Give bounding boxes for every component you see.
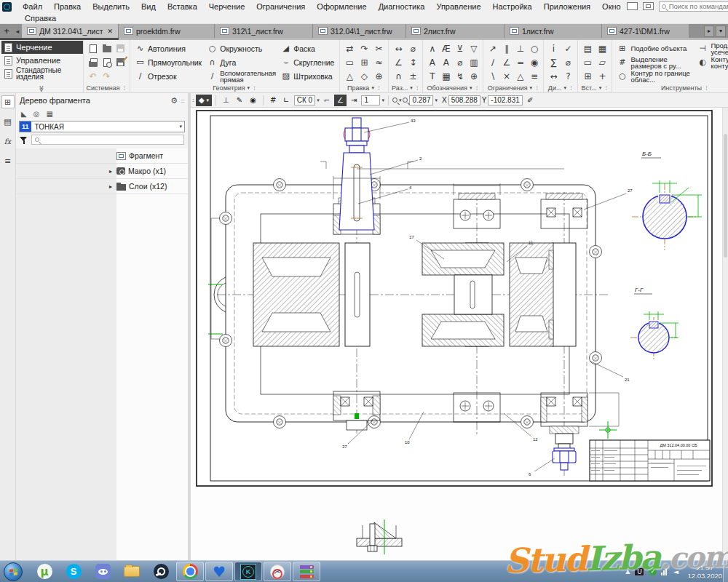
coordinate-system-field[interactable]: СК 0 xyxy=(294,95,315,105)
tool-rectangle[interactable]: ▭Прямоугольник xyxy=(132,55,205,69)
diagnostic-tool-icon[interactable]: ⌀ xyxy=(566,57,571,68)
tab-close-icon[interactable]: ✕ xyxy=(107,28,113,35)
menu-constraints[interactable]: Ограничения xyxy=(250,2,311,11)
grid-toggle-icon[interactable]: # xyxy=(267,95,279,106)
tab-menu-button[interactable]: ▾ xyxy=(716,25,726,37)
insert-tool-icon[interactable]: ▤ xyxy=(584,44,592,54)
x-coordinate-field[interactable]: 508.288 xyxy=(448,95,480,105)
quick-style-icon[interactable]: ◣ xyxy=(21,110,27,118)
command-search[interactable] xyxy=(659,1,728,12)
menu-settings[interactable]: Настройка xyxy=(487,2,538,11)
tab-document-3[interactable]: 312\1_лист.frw xyxy=(215,24,313,38)
expand-icon[interactable]: ▸ xyxy=(109,168,116,175)
diagnostic-tool-icon[interactable]: ∑ xyxy=(550,57,556,68)
search-input[interactable] xyxy=(669,2,728,10)
y-coordinate-field[interactable]: -102.831 xyxy=(488,95,523,105)
designation-tool-icon[interactable]: ⌀ xyxy=(457,57,462,68)
constraint-tool-icon[interactable]: ◉ xyxy=(531,57,538,68)
menu-applications[interactable]: Приложения xyxy=(538,2,596,11)
tab-document-5[interactable]: 2лист.frw xyxy=(406,24,505,38)
taskbar-discord[interactable] xyxy=(89,562,116,581)
menu-select[interactable]: Выделить xyxy=(87,2,135,11)
edit-tool-icon[interactable]: ⊞ xyxy=(360,57,368,68)
edit-tool-icon[interactable]: ✂ xyxy=(375,44,382,54)
filter-icon[interactable] xyxy=(20,136,28,144)
tree-item-fragment[interactable]: Фрагмент xyxy=(16,148,188,164)
picker-icon[interactable]: ✐ xyxy=(524,95,536,106)
tool-chamfer[interactable]: ◢Фаска xyxy=(278,41,337,55)
zoom-tool-icon[interactable] xyxy=(392,97,397,103)
snap-perpendicular-icon[interactable]: ⊥ xyxy=(220,95,232,106)
tab-document-1[interactable]: ДМ 312.04\1_лист.frw ✕ xyxy=(22,24,119,38)
quick-image-icon[interactable]: ▦ xyxy=(46,110,52,118)
dimension-tool-icon[interactable]: ↔ xyxy=(395,44,402,54)
designation-tool-icon[interactable]: ↯ xyxy=(456,71,464,81)
undo-icon[interactable]: ↶ xyxy=(89,71,96,81)
tree-item-layers[interactable]: ▸ Слои (x12) xyxy=(16,179,188,194)
tab-document-2[interactable]: proektdm.frw xyxy=(119,24,215,38)
redo-icon[interactable]: ↷ xyxy=(103,71,110,81)
tool-arc[interactable]: ∩Дуга xyxy=(205,55,278,69)
designation-tool-icon[interactable]: ▽ xyxy=(470,44,477,54)
menu-drawing[interactable]: Черчение xyxy=(203,2,251,11)
dimension-tool-icon[interactable]: ∩ xyxy=(395,71,402,81)
tree-item-macro[interactable]: ▸ Макро (x1) xyxy=(16,164,188,179)
edit-tool-icon[interactable]: ↷ xyxy=(360,44,368,54)
tab-scroll-left-icon[interactable]: ◂ xyxy=(13,24,22,38)
tool-circle[interactable]: ○Окружность xyxy=(205,41,278,55)
taskbar-kompas[interactable]: K xyxy=(234,562,262,581)
diagnostic-tool-icon[interactable]: ? xyxy=(566,71,570,81)
zoom-value-field[interactable]: 0.287 xyxy=(409,95,433,105)
insert-tool-icon[interactable]: + xyxy=(598,71,606,81)
start-button[interactable] xyxy=(4,562,23,581)
edit-tool-icon[interactable]: ⊕ xyxy=(375,71,382,81)
tab-document-6[interactable]: 1лист.frw xyxy=(505,24,602,38)
layout-icon[interactable] xyxy=(627,2,638,10)
constraint-tool-icon[interactable]: ↗ xyxy=(489,44,496,54)
constraint-tool-icon[interactable]: ∥ xyxy=(505,44,509,54)
tree-search-input[interactable] xyxy=(31,135,184,145)
save-icon[interactable] xyxy=(116,44,124,52)
tool-contour-two[interactable]: ◐Контур по двум контурам xyxy=(695,55,728,69)
scrollbar-thumb[interactable] xyxy=(724,134,727,258)
edit-tool-icon[interactable]: ▭ xyxy=(346,57,354,68)
designation-tool-icon[interactable]: A xyxy=(443,57,449,68)
tool-extend-trim[interactable]: ⊣Продление/ усечение xyxy=(695,41,728,55)
properties-panel-icon[interactable]: ▤ xyxy=(1,115,15,128)
open-icon[interactable] xyxy=(103,46,111,52)
taskbar-utorrent[interactable]: µ xyxy=(31,562,58,581)
constraint-tool-icon[interactable]: ⊥ xyxy=(517,44,524,54)
drawing-canvas[interactable]: Б-Б Г-Г xyxy=(191,108,728,560)
dimension-tool-icon[interactable]: ∠ xyxy=(395,57,403,68)
tool-contour-boundary[interactable]: ○Контур по границе облас... xyxy=(614,69,695,83)
print-icon[interactable] xyxy=(89,61,98,67)
tab-document-7[interactable]: 427-1\DM1.frw xyxy=(602,24,689,38)
snap-toggle[interactable]: ◆▾ xyxy=(196,95,212,106)
taskbar-chrome[interactable] xyxy=(176,562,204,581)
edit-tool-icon[interactable]: ≈ xyxy=(375,57,382,68)
gear-icon[interactable]: ⚙ xyxy=(170,96,178,105)
taskbar-snipping-tool[interactable]: ✂ xyxy=(264,562,291,581)
diagnostic-tool-icon[interactable]: ↔ xyxy=(550,71,557,81)
insert-tool-icon[interactable]: ▱ xyxy=(599,57,606,68)
designation-tool-icon[interactable]: ⊻ xyxy=(457,44,464,54)
menu-view[interactable]: Вид xyxy=(135,2,162,11)
designation-tool-icon[interactable]: ∧ xyxy=(430,44,436,54)
gearbox-assembly-drawing[interactable]: Б-Б Г-Г xyxy=(191,108,728,560)
corner-mode-icon[interactable]: ⌐ xyxy=(321,95,333,106)
quick-group-icon[interactable]: ◎ xyxy=(33,110,40,118)
designation-tool-icon[interactable]: T xyxy=(430,71,435,81)
tool-autoline[interactable]: ∿Автолиния xyxy=(132,41,205,55)
dimension-tool-icon[interactable]: ± xyxy=(409,71,416,81)
tool-object-copy[interactable]: ⊞Подобие объекта xyxy=(614,41,695,55)
constraint-tool-icon[interactable]: ∠ xyxy=(503,57,511,68)
taskbar-heart-app[interactable]: ♥ xyxy=(205,562,233,581)
snap-point-icon[interactable]: ◉ xyxy=(247,95,259,106)
constraint-tool-icon[interactable]: ○ xyxy=(531,44,538,54)
new-document-icon[interactable] xyxy=(90,44,97,53)
menu-diagnostics[interactable]: Диагностика xyxy=(373,2,431,11)
designation-tool-icon[interactable]: ▦ xyxy=(442,71,450,81)
menu-window[interactable]: Окно xyxy=(596,2,627,11)
diagnostic-tool-icon[interactable]: ✓ xyxy=(564,44,571,54)
menu-insert[interactable]: Вставка xyxy=(162,2,203,11)
